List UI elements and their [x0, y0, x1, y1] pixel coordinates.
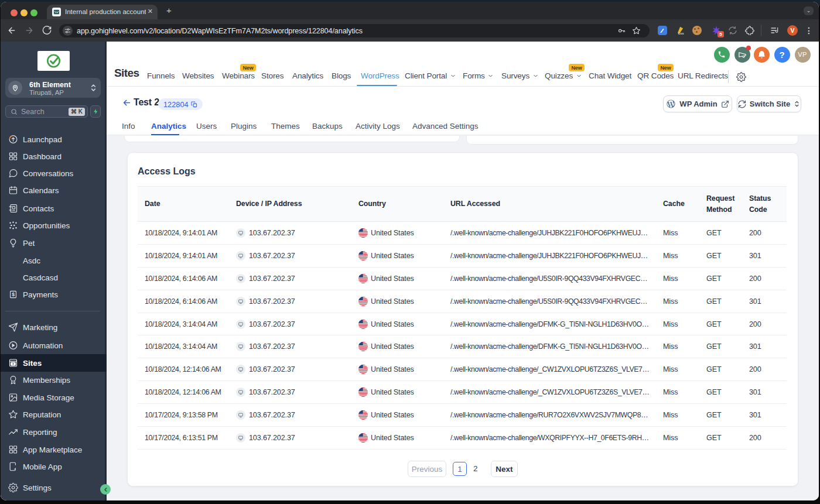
svg-text:css: css	[678, 32, 685, 35]
svg-text:$: $	[12, 292, 15, 297]
